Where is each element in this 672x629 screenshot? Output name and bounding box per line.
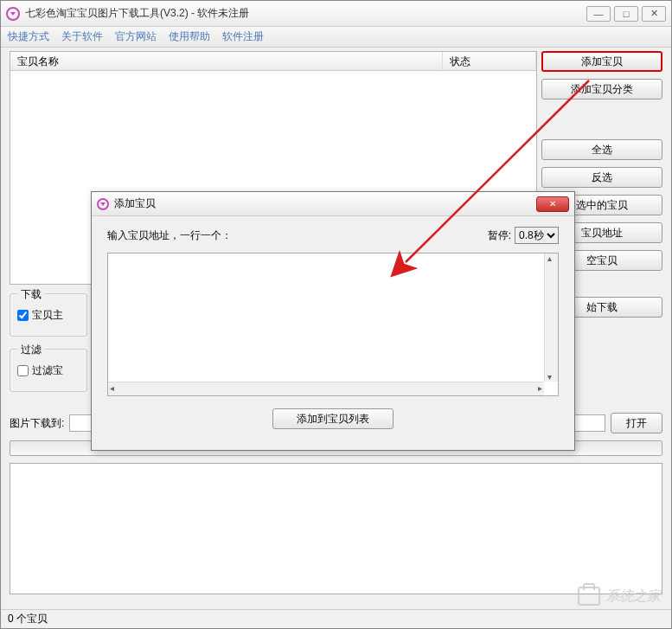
filter-legend: 过滤	[17, 343, 45, 357]
add-to-list-button[interactable]: 添加到宝贝列表	[272, 408, 394, 429]
vertical-scrollbar[interactable]	[544, 254, 558, 382]
minimize-button[interactable]: —	[586, 6, 611, 22]
dialog-titlebar: 添加宝贝 ✕	[92, 192, 574, 216]
watermark-icon	[578, 587, 600, 606]
add-item-button[interactable]: 添加宝贝	[541, 51, 662, 72]
add-item-dialog: 添加宝贝 ✕ 输入宝贝地址，一行一个： 暂停: 0.8秒 添加到宝贝列表	[91, 191, 575, 451]
menu-about[interactable]: 关于软件	[61, 29, 103, 44]
status-count: 0 个宝贝	[8, 612, 48, 626]
url-textarea[interactable]	[107, 253, 559, 396]
horizontal-scrollbar[interactable]	[108, 382, 544, 395]
window-title: 七彩色淘宝宝贝图片下载工具(V3.2) - 软件未注册	[25, 6, 583, 21]
download-group: 下载 宝贝主	[10, 293, 87, 337]
dialog-instruction: 输入宝贝地址，一行一个：	[107, 228, 232, 243]
dialog-title: 添加宝贝	[114, 196, 536, 211]
invert-selection-button[interactable]: 反选	[541, 167, 662, 188]
filter-checkbox[interactable]: 过滤宝	[17, 363, 80, 378]
menubar: 快捷方式 关于软件 官方网站 使用帮助 软件注册	[1, 27, 671, 48]
dialog-icon	[97, 198, 109, 210]
dialog-close-button[interactable]: ✕	[536, 196, 569, 212]
watermark: 系统之家	[578, 587, 661, 606]
menu-help[interactable]: 使用帮助	[169, 29, 210, 44]
pause-label: 暂停:	[488, 228, 511, 243]
titlebar: 七彩色淘宝宝贝图片下载工具(V3.2) - 软件未注册 — □ ✕	[1, 1, 671, 27]
app-icon	[6, 7, 20, 21]
statusbar: 0 个宝贝	[1, 609, 671, 628]
maximize-button[interactable]: □	[614, 6, 638, 22]
col-name[interactable]: 宝贝名称	[10, 52, 443, 70]
path-label: 图片下载到:	[10, 416, 64, 431]
filter-check[interactable]	[17, 365, 29, 376]
col-status[interactable]: 状态	[443, 52, 536, 70]
pause-select[interactable]: 0.8秒	[515, 227, 559, 244]
download-legend: 下载	[17, 287, 45, 302]
download-main-check[interactable]	[17, 310, 29, 321]
select-all-button[interactable]: 全选	[541, 139, 662, 160]
menu-website[interactable]: 官方网站	[115, 29, 157, 44]
filter-group: 过滤 过滤宝	[10, 349, 87, 392]
menu-shortcut[interactable]: 快捷方式	[8, 29, 49, 44]
menu-register[interactable]: 软件注册	[222, 29, 264, 44]
close-button[interactable]: ✕	[642, 6, 666, 22]
open-button[interactable]: 打开	[611, 413, 662, 433]
main-window: 七彩色淘宝宝贝图片下载工具(V3.2) - 软件未注册 — □ ✕ 快捷方式 关…	[0, 0, 672, 629]
download-main-checkbox[interactable]: 宝贝主	[17, 308, 80, 323]
table-header: 宝贝名称 状态	[10, 52, 536, 71]
log-textarea[interactable]	[10, 463, 662, 594]
add-category-button[interactable]: 添加宝贝分类	[541, 79, 662, 99]
